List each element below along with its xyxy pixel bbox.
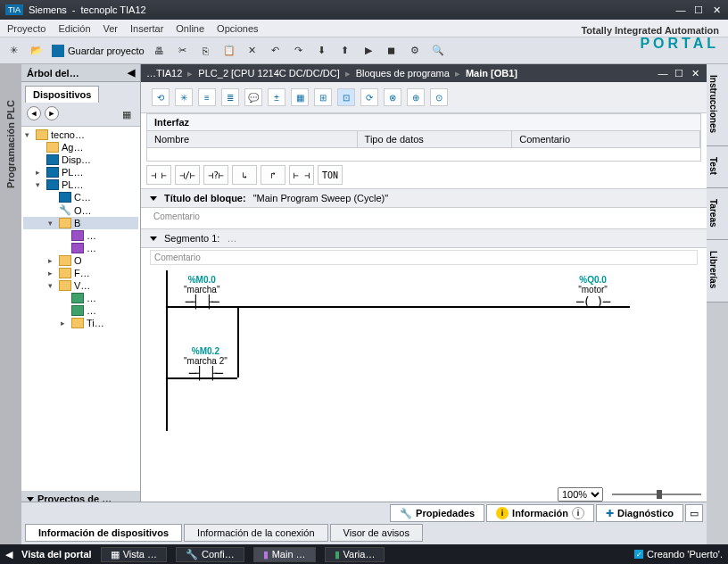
- left-vertical-tab[interactable]: Programación PLC: [0, 64, 21, 544]
- et-btn1[interactable]: ⟲: [152, 88, 170, 106]
- status-tab-confi[interactable]: 🔧Confi…: [176, 547, 244, 562]
- go-offline-icon[interactable]: ◼: [384, 43, 400, 59]
- no-contact-btn[interactable]: ⊣ ⊢: [146, 165, 171, 185]
- undo-icon[interactable]: ↶: [268, 43, 284, 59]
- block-collapse-icon[interactable]: [150, 196, 157, 201]
- col-comentario[interactable]: Comentario: [512, 131, 700, 147]
- delete-icon[interactable]: ✕: [244, 43, 261, 59]
- et-btn11[interactable]: ⊗: [384, 88, 401, 106]
- interfaz-body[interactable]: [147, 148, 700, 161]
- col-tipo[interactable]: Tipo de datos: [358, 131, 513, 147]
- crumb-main[interactable]: Main [OB1]: [466, 68, 517, 79]
- paste-icon[interactable]: 📋: [221, 43, 237, 59]
- subtab-connection-info[interactable]: Información de la conexión: [184, 524, 327, 542]
- portal-view-button[interactable]: Vista del portal: [21, 549, 92, 560]
- et-btn13[interactable]: ⊙: [430, 88, 448, 106]
- branch-up-btn[interactable]: ↱: [261, 165, 285, 185]
- et-btn7[interactable]: ▦: [291, 88, 309, 106]
- editor-min-icon[interactable]: —: [657, 67, 669, 79]
- tab-librerias[interactable]: Librerías: [707, 240, 728, 302]
- cut-icon[interactable]: ✂: [175, 43, 191, 59]
- et-btn9[interactable]: ⊡: [337, 88, 355, 106]
- go-online-icon[interactable]: ▶: [360, 43, 376, 59]
- tree-root: ▾tecno…: [23, 129, 138, 141]
- no-contact-icon: ─┤ ├─: [186, 294, 219, 309]
- tree-view-icon[interactable]: ▦: [119, 106, 135, 122]
- et-btn6[interactable]: ±: [268, 88, 285, 106]
- portal-arrow-icon[interactable]: ◀: [5, 549, 12, 560]
- copy-icon[interactable]: ⎘: [198, 43, 214, 59]
- tab-propiedades[interactable]: 🔧Propiedades: [390, 504, 484, 522]
- compile-icon[interactable]: ⚙: [407, 43, 423, 59]
- tab-instrucciones[interactable]: Instrucciones: [707, 64, 728, 146]
- tab-test[interactable]: Test: [707, 146, 728, 188]
- nav-back-icon[interactable]: ◄: [27, 106, 41, 120]
- interface-table: Interfaz Nombre Tipo de datos Comentario: [146, 113, 701, 162]
- segment-comment[interactable]: Comentario: [150, 250, 698, 265]
- maximize-button[interactable]: ☐: [692, 4, 705, 16]
- tree-v: ▾V…: [23, 279, 138, 292]
- q-contact-btn[interactable]: ⊣?⊢: [203, 165, 228, 185]
- upload-icon[interactable]: ⬆: [337, 43, 353, 59]
- tab-tareas[interactable]: Tareas: [707, 188, 728, 241]
- et-btn2[interactable]: ✳: [175, 88, 193, 106]
- ladder-toolbar: ⊣ ⊢ ⊣/⊢ ⊣?⊢ ↳ ↱ ⊢ ⊣ TON: [141, 162, 707, 189]
- et-btn3[interactable]: ≡: [198, 88, 216, 106]
- tab-informacion[interactable]: iInformacióni: [486, 504, 594, 522]
- search-icon[interactable]: 🔍: [430, 43, 446, 59]
- col-nombre[interactable]: Nombre: [147, 131, 358, 147]
- status-tab-varia[interactable]: ▮Varia…: [325, 547, 385, 562]
- ladder-diagram[interactable]: %M0.0 "marcha" ─┤ ├─ %M0.2 "marcha 2" ─┤…: [166, 270, 682, 431]
- redo-icon[interactable]: ↷: [291, 43, 307, 59]
- save-button[interactable]: Guardar proyecto: [52, 45, 145, 57]
- print-icon[interactable]: 🖶: [152, 43, 168, 59]
- menu-ver[interactable]: Ver: [103, 23, 119, 34]
- et-btn5[interactable]: 💬: [244, 88, 262, 106]
- minimize-button[interactable]: —: [674, 4, 687, 16]
- et-btn12[interactable]: ⊕: [407, 88, 425, 106]
- subtab-device-info[interactable]: Información de dispositivos: [25, 524, 182, 542]
- collapse-icon[interactable]: ◀: [128, 67, 135, 79]
- crumb-project[interactable]: …TIA12: [146, 68, 182, 79]
- tree-header-label: Árbol del…: [27, 68, 79, 79]
- crumb-plc[interactable]: PLC_2 [CPU 1214C DC/DC/DC]: [198, 68, 339, 79]
- menu-insertar[interactable]: Insertar: [130, 23, 163, 34]
- inspector-collapse[interactable]: ▭: [685, 504, 703, 522]
- menu-online[interactable]: Online: [176, 23, 204, 34]
- open-project-icon[interactable]: 📂: [29, 43, 45, 59]
- tree-pl: ▸PL…: [23, 166, 138, 178]
- contact-marcha2[interactable]: %M0.2 "marcha 2" ─┤ ├─: [184, 346, 228, 380]
- project-tree[interactable]: ▾tecno… Ag… Disp… ▸PL… ▾PL… C… 🔧O… ▾B … …: [21, 127, 140, 491]
- tree-f: ▸F…: [23, 267, 138, 279]
- tab-diagnostico[interactable]: Diagnóstico: [596, 504, 683, 522]
- menu-opciones[interactable]: Opciones: [217, 23, 258, 34]
- nc-contact-btn[interactable]: ⊣/⊢: [175, 165, 200, 185]
- devices-tab[interactable]: Dispositivos: [25, 86, 99, 103]
- new-project-icon[interactable]: ✳: [5, 43, 21, 59]
- subtab-alarm-viewer[interactable]: Visor de avisos: [330, 524, 423, 542]
- editor-close-icon[interactable]: ✕: [689, 67, 701, 79]
- et-btn8[interactable]: ⊞: [314, 88, 332, 106]
- download-icon[interactable]: ⬇: [314, 43, 330, 59]
- crumb-blocks[interactable]: Bloques de programa: [356, 68, 450, 79]
- seg-collapse-icon[interactable]: [150, 236, 157, 241]
- close-button[interactable]: ✕: [710, 4, 723, 16]
- editor-max-icon[interactable]: ☐: [673, 67, 685, 79]
- zoom-select[interactable]: 100%: [558, 487, 603, 502]
- contact-marcha[interactable]: %M0.0 "marcha" ─┤ ├─: [184, 275, 219, 309]
- coil-btn[interactable]: ⊢ ⊣: [289, 165, 314, 185]
- tree-pl2: ▾PL…: [23, 178, 138, 191]
- et-btn4[interactable]: ≣: [221, 88, 239, 106]
- ton-btn[interactable]: TON: [318, 165, 343, 185]
- status-tab-main[interactable]: ▮Main …: [253, 547, 316, 562]
- nav-fwd-icon[interactable]: ►: [45, 106, 59, 120]
- et-btn10[interactable]: ⟳: [360, 88, 378, 106]
- zoom-slider[interactable]: [612, 494, 701, 495]
- block-title-value[interactable]: "Main Program Sweep (Cycle)": [253, 193, 388, 203]
- block-comment[interactable]: Comentario: [150, 210, 698, 223]
- menu-edicion[interactable]: Edición: [58, 23, 90, 34]
- status-tab-vista[interactable]: ▦Vista …: [101, 547, 167, 562]
- coil-motor[interactable]: %Q0.0 "motor" ─( )─: [576, 275, 609, 309]
- branch-down-btn[interactable]: ↳: [232, 165, 257, 185]
- menu-proyecto[interactable]: Proyecto: [7, 23, 46, 34]
